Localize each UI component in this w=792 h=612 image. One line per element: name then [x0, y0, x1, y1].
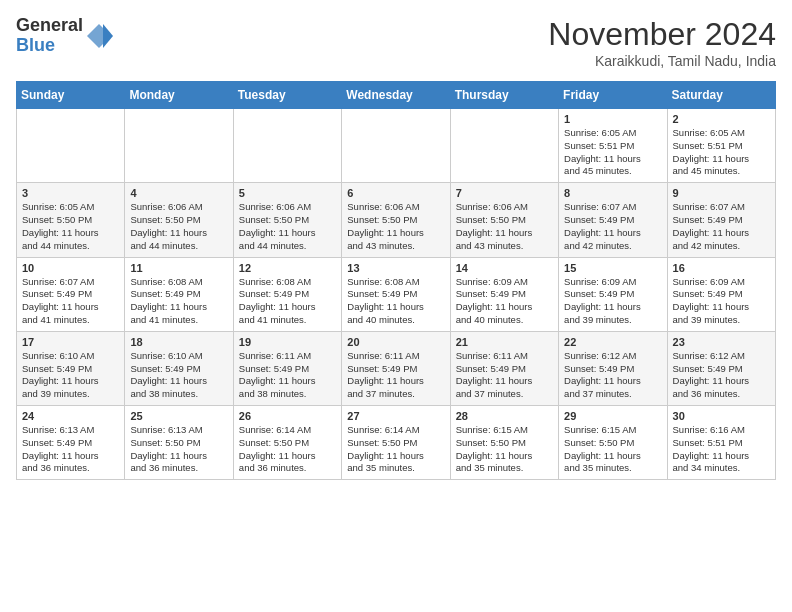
- day-info: Sunrise: 6:12 AM Sunset: 5:49 PM Dayligh…: [673, 350, 770, 401]
- header-cell-friday: Friday: [559, 82, 667, 109]
- calendar-cell: 10Sunrise: 6:07 AM Sunset: 5:49 PM Dayli…: [17, 257, 125, 331]
- calendar-cell: 26Sunrise: 6:14 AM Sunset: 5:50 PM Dayli…: [233, 406, 341, 480]
- calendar-cell: 15Sunrise: 6:09 AM Sunset: 5:49 PM Dayli…: [559, 257, 667, 331]
- day-number: 13: [347, 262, 444, 274]
- day-info: Sunrise: 6:09 AM Sunset: 5:49 PM Dayligh…: [456, 276, 553, 327]
- day-info: Sunrise: 6:15 AM Sunset: 5:50 PM Dayligh…: [564, 424, 661, 475]
- calendar-cell: 21Sunrise: 6:11 AM Sunset: 5:49 PM Dayli…: [450, 331, 558, 405]
- day-info: Sunrise: 6:11 AM Sunset: 5:49 PM Dayligh…: [456, 350, 553, 401]
- header-cell-saturday: Saturday: [667, 82, 775, 109]
- calendar-cell: 24Sunrise: 6:13 AM Sunset: 5:49 PM Dayli…: [17, 406, 125, 480]
- calendar-cell: 22Sunrise: 6:12 AM Sunset: 5:49 PM Dayli…: [559, 331, 667, 405]
- calendar-cell: 12Sunrise: 6:08 AM Sunset: 5:49 PM Dayli…: [233, 257, 341, 331]
- day-number: 4: [130, 187, 227, 199]
- day-number: 12: [239, 262, 336, 274]
- calendar-cell: 7Sunrise: 6:06 AM Sunset: 5:50 PM Daylig…: [450, 183, 558, 257]
- calendar-cell: 5Sunrise: 6:06 AM Sunset: 5:50 PM Daylig…: [233, 183, 341, 257]
- week-row-2: 3Sunrise: 6:05 AM Sunset: 5:50 PM Daylig…: [17, 183, 776, 257]
- page-header: General Blue November 2024 Karaikkudi, T…: [16, 16, 776, 69]
- day-number: 28: [456, 410, 553, 422]
- week-row-5: 24Sunrise: 6:13 AM Sunset: 5:49 PM Dayli…: [17, 406, 776, 480]
- calendar-cell: 18Sunrise: 6:10 AM Sunset: 5:49 PM Dayli…: [125, 331, 233, 405]
- calendar-cell: [342, 109, 450, 183]
- calendar-cell: 30Sunrise: 6:16 AM Sunset: 5:51 PM Dayli…: [667, 406, 775, 480]
- day-number: 9: [673, 187, 770, 199]
- calendar-cell: 3Sunrise: 6:05 AM Sunset: 5:50 PM Daylig…: [17, 183, 125, 257]
- day-number: 29: [564, 410, 661, 422]
- day-number: 1: [564, 113, 661, 125]
- day-number: 2: [673, 113, 770, 125]
- calendar-cell: 6Sunrise: 6:06 AM Sunset: 5:50 PM Daylig…: [342, 183, 450, 257]
- day-info: Sunrise: 6:06 AM Sunset: 5:50 PM Dayligh…: [239, 201, 336, 252]
- day-info: Sunrise: 6:09 AM Sunset: 5:49 PM Dayligh…: [564, 276, 661, 327]
- day-number: 8: [564, 187, 661, 199]
- header-cell-monday: Monday: [125, 82, 233, 109]
- calendar-cell: 25Sunrise: 6:13 AM Sunset: 5:50 PM Dayli…: [125, 406, 233, 480]
- calendar-cell: 8Sunrise: 6:07 AM Sunset: 5:49 PM Daylig…: [559, 183, 667, 257]
- calendar-cell: 1Sunrise: 6:05 AM Sunset: 5:51 PM Daylig…: [559, 109, 667, 183]
- day-info: Sunrise: 6:15 AM Sunset: 5:50 PM Dayligh…: [456, 424, 553, 475]
- calendar-cell: 11Sunrise: 6:08 AM Sunset: 5:49 PM Dayli…: [125, 257, 233, 331]
- subtitle: Karaikkudi, Tamil Nadu, India: [548, 53, 776, 69]
- logo-blue: Blue: [16, 36, 83, 56]
- day-info: Sunrise: 6:14 AM Sunset: 5:50 PM Dayligh…: [347, 424, 444, 475]
- calendar-cell: 19Sunrise: 6:11 AM Sunset: 5:49 PM Dayli…: [233, 331, 341, 405]
- day-info: Sunrise: 6:11 AM Sunset: 5:49 PM Dayligh…: [239, 350, 336, 401]
- main-title: November 2024: [548, 16, 776, 53]
- day-info: Sunrise: 6:05 AM Sunset: 5:50 PM Dayligh…: [22, 201, 119, 252]
- title-block: November 2024 Karaikkudi, Tamil Nadu, In…: [548, 16, 776, 69]
- calendar-cell: [125, 109, 233, 183]
- day-number: 30: [673, 410, 770, 422]
- week-row-3: 10Sunrise: 6:07 AM Sunset: 5:49 PM Dayli…: [17, 257, 776, 331]
- day-number: 7: [456, 187, 553, 199]
- day-info: Sunrise: 6:13 AM Sunset: 5:49 PM Dayligh…: [22, 424, 119, 475]
- calendar-cell: [233, 109, 341, 183]
- day-info: Sunrise: 6:10 AM Sunset: 5:49 PM Dayligh…: [22, 350, 119, 401]
- day-number: 16: [673, 262, 770, 274]
- day-number: 6: [347, 187, 444, 199]
- day-info: Sunrise: 6:05 AM Sunset: 5:51 PM Dayligh…: [673, 127, 770, 178]
- day-number: 21: [456, 336, 553, 348]
- day-number: 19: [239, 336, 336, 348]
- calendar-cell: 16Sunrise: 6:09 AM Sunset: 5:49 PM Dayli…: [667, 257, 775, 331]
- week-row-1: 1Sunrise: 6:05 AM Sunset: 5:51 PM Daylig…: [17, 109, 776, 183]
- day-info: Sunrise: 6:11 AM Sunset: 5:49 PM Dayligh…: [347, 350, 444, 401]
- day-info: Sunrise: 6:14 AM Sunset: 5:50 PM Dayligh…: [239, 424, 336, 475]
- header-cell-tuesday: Tuesday: [233, 82, 341, 109]
- day-info: Sunrise: 6:06 AM Sunset: 5:50 PM Dayligh…: [347, 201, 444, 252]
- calendar-cell: 2Sunrise: 6:05 AM Sunset: 5:51 PM Daylig…: [667, 109, 775, 183]
- day-info: Sunrise: 6:08 AM Sunset: 5:49 PM Dayligh…: [239, 276, 336, 327]
- logo: General Blue: [16, 16, 113, 56]
- day-info: Sunrise: 6:10 AM Sunset: 5:49 PM Dayligh…: [130, 350, 227, 401]
- calendar-header: SundayMondayTuesdayWednesdayThursdayFrid…: [17, 82, 776, 109]
- header-row: SundayMondayTuesdayWednesdayThursdayFrid…: [17, 82, 776, 109]
- logo-icon: [85, 22, 113, 50]
- day-info: Sunrise: 6:07 AM Sunset: 5:49 PM Dayligh…: [22, 276, 119, 327]
- calendar-cell: 9Sunrise: 6:07 AM Sunset: 5:49 PM Daylig…: [667, 183, 775, 257]
- calendar-cell: 17Sunrise: 6:10 AM Sunset: 5:49 PM Dayli…: [17, 331, 125, 405]
- calendar-body: 1Sunrise: 6:05 AM Sunset: 5:51 PM Daylig…: [17, 109, 776, 480]
- header-cell-sunday: Sunday: [17, 82, 125, 109]
- logo-text: General Blue: [16, 16, 83, 56]
- day-info: Sunrise: 6:07 AM Sunset: 5:49 PM Dayligh…: [564, 201, 661, 252]
- day-number: 5: [239, 187, 336, 199]
- day-info: Sunrise: 6:16 AM Sunset: 5:51 PM Dayligh…: [673, 424, 770, 475]
- svg-marker-1: [103, 24, 113, 48]
- day-number: 17: [22, 336, 119, 348]
- calendar-cell: 27Sunrise: 6:14 AM Sunset: 5:50 PM Dayli…: [342, 406, 450, 480]
- day-number: 14: [456, 262, 553, 274]
- calendar-table: SundayMondayTuesdayWednesdayThursdayFrid…: [16, 81, 776, 480]
- day-number: 15: [564, 262, 661, 274]
- day-number: 20: [347, 336, 444, 348]
- day-info: Sunrise: 6:08 AM Sunset: 5:49 PM Dayligh…: [130, 276, 227, 327]
- week-row-4: 17Sunrise: 6:10 AM Sunset: 5:49 PM Dayli…: [17, 331, 776, 405]
- day-info: Sunrise: 6:12 AM Sunset: 5:49 PM Dayligh…: [564, 350, 661, 401]
- day-number: 25: [130, 410, 227, 422]
- day-info: Sunrise: 6:06 AM Sunset: 5:50 PM Dayligh…: [456, 201, 553, 252]
- day-info: Sunrise: 6:08 AM Sunset: 5:49 PM Dayligh…: [347, 276, 444, 327]
- day-info: Sunrise: 6:09 AM Sunset: 5:49 PM Dayligh…: [673, 276, 770, 327]
- day-number: 23: [673, 336, 770, 348]
- day-number: 11: [130, 262, 227, 274]
- day-info: Sunrise: 6:07 AM Sunset: 5:49 PM Dayligh…: [673, 201, 770, 252]
- calendar-cell: [450, 109, 558, 183]
